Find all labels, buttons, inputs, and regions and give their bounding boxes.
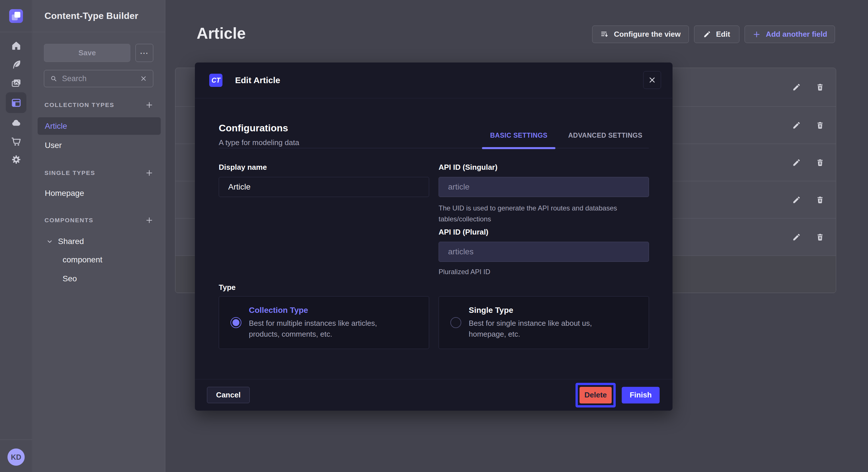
display-name-input[interactable] — [219, 177, 429, 197]
configurations-subtitle: A type for modeling data — [219, 138, 299, 147]
collection-type-title: Collection Type — [249, 306, 410, 315]
more-options-button[interactable]: ⋯ — [135, 44, 153, 62]
clear-search-icon[interactable] — [140, 75, 147, 82]
add-component-icon[interactable] — [145, 216, 154, 225]
page-title: Article — [197, 24, 246, 42]
sidebar-item-label: component — [63, 255, 102, 264]
sidebar-item-article[interactable]: Article — [38, 117, 161, 135]
rail-header — [0, 0, 32, 32]
row-edit-pencil-icon[interactable] — [791, 232, 802, 243]
save-button[interactable]: Save — [44, 44, 130, 62]
strapi-logo-icon[interactable] — [9, 9, 23, 23]
row-edit-pencil-icon[interactable] — [791, 157, 802, 168]
row-delete-trash-icon[interactable] — [815, 232, 826, 243]
api-id-plural-input[interactable] — [439, 242, 649, 262]
content-manager-icon[interactable] — [0, 59, 32, 70]
avatar[interactable]: KD — [7, 448, 25, 466]
finish-button[interactable]: Finish — [622, 387, 660, 403]
plus-icon — [752, 30, 761, 39]
modal-header: CT Edit Article — [195, 63, 673, 98]
add-another-field-button[interactable]: Add another field — [745, 26, 835, 43]
plugin-title: Content-Type Builder — [44, 11, 138, 21]
api-id-singular-label: API ID (Singular) — [439, 163, 497, 172]
row-delete-trash-icon[interactable] — [815, 82, 826, 93]
edit-button[interactable]: Edit — [694, 26, 739, 43]
add-collection-type-icon[interactable] — [145, 101, 154, 109]
components-title: COMPONENTS — [44, 217, 94, 224]
cloud-icon[interactable] — [0, 117, 32, 128]
configurations-title: Configurations — [219, 123, 299, 134]
row-delete-trash-icon[interactable] — [815, 194, 826, 205]
api-id-plural-label: API ID (Plural) — [439, 228, 488, 237]
sidebar-item-homepage[interactable]: Homepage — [38, 184, 161, 202]
media-library-icon[interactable] — [0, 78, 32, 88]
row-delete-trash-icon[interactable] — [815, 120, 826, 131]
sidebar-item-label: Seo — [63, 274, 77, 283]
single-type-title: Single Type — [469, 306, 629, 315]
add-single-type-icon[interactable] — [145, 169, 154, 177]
close-icon — [648, 76, 656, 84]
settings-tabs: BASIC SETTINGS ADVANCED SETTINGS — [490, 132, 642, 148]
single-types-title: SINGLE TYPES — [44, 169, 95, 176]
modal-title: Edit Article — [235, 75, 280, 85]
sidebar-group-label: Shared — [58, 237, 84, 246]
search-icon — [50, 75, 57, 82]
search-input[interactable] — [62, 74, 135, 83]
delete-highlight-ring: Delete — [576, 383, 616, 407]
configure-view-button[interactable]: Configure the view — [592, 26, 689, 43]
modal-form: Display name API ID (Singular) The UID i… — [219, 148, 649, 379]
delete-button[interactable]: Delete — [580, 387, 612, 403]
configure-view-label: Configure the view — [614, 30, 681, 39]
rail-divider — [0, 440, 32, 440]
tab-advanced-settings[interactable]: ADVANCED SETTINGS — [568, 132, 642, 148]
radio-checked-icon[interactable] — [230, 317, 241, 328]
collection-types-header: COLLECTION TYPES — [44, 99, 154, 111]
content-type-badge: CT — [209, 74, 222, 87]
sidebar-item-seo[interactable]: Seo — [38, 270, 161, 287]
settings-gear-icon[interactable] — [0, 154, 32, 165]
display-name-label: Display name — [219, 163, 267, 172]
collection-types-title: COLLECTION TYPES — [44, 102, 114, 108]
row-delete-trash-icon[interactable] — [815, 157, 826, 168]
api-id-plural-helper: Pluralized API ID — [439, 266, 634, 277]
single-types-header: SINGLE TYPES — [44, 167, 154, 179]
cancel-button[interactable]: Cancel — [207, 387, 250, 403]
sidebar-group-shared[interactable]: Shared — [38, 233, 161, 250]
type-label: Type — [219, 283, 236, 292]
pencil-icon — [703, 30, 711, 38]
sidebar-item-user[interactable]: User — [38, 136, 161, 154]
sidebar-item-label: User — [45, 141, 62, 150]
page-actions: Configure the view Edit Add another fiel… — [592, 26, 835, 43]
api-id-singular-helper: The UID is used to generate the API rout… — [439, 203, 634, 225]
icon-rail: KD — [0, 0, 32, 472]
collection-type-description: Best for multiple instances like article… — [249, 318, 410, 339]
sidebar-item-component[interactable]: component — [38, 251, 161, 268]
edit-article-modal: CT Edit Article Configurations A type fo… — [195, 63, 673, 411]
home-icon[interactable] — [0, 40, 32, 51]
tab-basic-settings[interactable]: BASIC SETTINGS — [490, 132, 547, 148]
modal-footer: Cancel Delete Finish — [195, 379, 673, 411]
close-modal-button[interactable] — [643, 71, 661, 89]
content-type-builder-icon[interactable] — [6, 92, 26, 113]
row-edit-pencil-icon[interactable] — [791, 194, 802, 205]
type-options: Collection Type Best for multiple instan… — [219, 296, 649, 349]
sidebar-header: Content-Type Builder — [33, 0, 165, 32]
single-type-description: Best for single instance like about us, … — [469, 318, 629, 339]
configure-list-icon — [600, 30, 609, 39]
screen: KD Content-Type Builder Save ⋯ COLLECTIO… — [0, 0, 868, 472]
collection-type-option[interactable]: Collection Type Best for multiple instan… — [219, 296, 429, 349]
row-edit-pencil-icon[interactable] — [791, 120, 802, 131]
row-edit-pencil-icon[interactable] — [791, 82, 802, 93]
chevron-down-icon — [45, 237, 54, 245]
sidebar-panel: Content-Type Builder Save ⋯ COLLECTION T… — [33, 0, 165, 472]
api-id-singular-input[interactable] — [439, 177, 649, 197]
sidebar-search — [44, 70, 153, 87]
radio-unchecked-icon[interactable] — [451, 317, 461, 328]
configurations-section-head: Configurations A type for modeling data … — [219, 98, 649, 148]
sidebar-item-label: Homepage — [45, 189, 84, 198]
single-type-option[interactable]: Single Type Best for single instance lik… — [439, 296, 649, 349]
components-header: COMPONENTS — [44, 214, 154, 226]
edit-label: Edit — [716, 30, 730, 39]
marketplace-cart-icon[interactable] — [0, 136, 32, 147]
sidebar-item-label: Article — [45, 122, 67, 131]
